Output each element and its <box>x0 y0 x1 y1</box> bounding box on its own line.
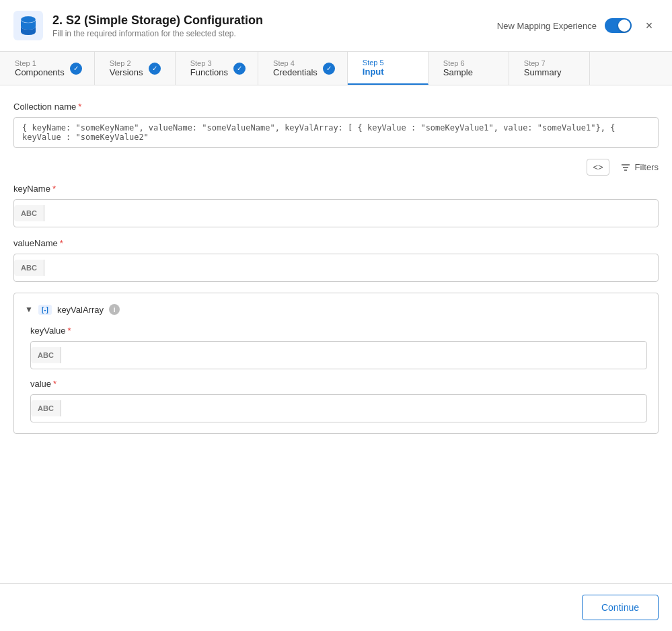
toolbar-row: <> Filters <box>13 159 659 176</box>
step5-name: Input <box>363 67 384 77</box>
step-content: Step 6 Sample <box>443 59 473 77</box>
step-item-summary[interactable]: Step 7 Summary <box>509 52 590 85</box>
step4-check: ✓ <box>323 63 335 75</box>
step1-number: Step 1 <box>15 59 65 67</box>
key-value-required: * <box>68 326 71 336</box>
step-item-credentials[interactable]: Step 4 Credentials ✓ <box>258 52 348 85</box>
value-name-input-row: ABC <box>13 254 659 282</box>
page-title: 2. S2 (Simple Storage) Configuration <box>52 13 497 28</box>
key-name-type-badge: ABC <box>14 205 44 221</box>
key-val-array-section: ▼ [-] keyValArray i keyValue * ABC <box>13 293 659 434</box>
collection-name-input[interactable]: { keyName: "someKeyName", valueName: "so… <box>13 117 659 148</box>
filters-button[interactable]: Filters <box>620 162 659 173</box>
modal-container: 2. S2 (Simple Storage) Configuration Fil… <box>0 0 672 631</box>
key-value-label: keyValue * <box>30 326 647 336</box>
step3-name: Functions <box>190 67 228 77</box>
step4-name: Credentials <box>273 67 318 77</box>
key-value-input[interactable] <box>61 346 646 365</box>
value-name-required: * <box>60 238 63 248</box>
info-icon[interactable]: i <box>109 304 120 315</box>
value-input-row: ABC <box>30 394 647 422</box>
collection-name-label: Collection name * <box>13 102 659 112</box>
content-area: Collection name * { keyName: "someKeyNam… <box>0 85 672 583</box>
new-mapping-label: New Mapping Experience <box>497 21 597 31</box>
value-name-input[interactable] <box>44 259 658 277</box>
step1-name: Components <box>15 67 65 77</box>
step3-check: ✓ <box>233 63 246 75</box>
collection-name-section: Collection name * { keyName: "someKeyNam… <box>13 102 659 148</box>
value-field: value * ABC <box>30 379 647 422</box>
key-value-field: keyValue * ABC <box>30 326 647 369</box>
code-toggle-button[interactable]: <> <box>587 159 609 176</box>
step-item-sample[interactable]: Step 6 Sample <box>428 52 509 85</box>
step5-number: Step 5 <box>363 59 384 67</box>
key-name-field: keyName * ABC <box>13 184 659 227</box>
code-icon: <> <box>593 162 603 172</box>
key-value-type-badge: ABC <box>31 347 61 363</box>
value-name-type-badge: ABC <box>14 260 44 276</box>
value-required: * <box>53 379 57 389</box>
key-name-input[interactable] <box>44 205 658 223</box>
close-button[interactable]: × <box>640 16 659 35</box>
value-input[interactable] <box>61 400 646 418</box>
array-type-icon: [-] <box>38 305 52 315</box>
modal-footer: Continue <box>0 583 672 631</box>
array-name-label: keyValArray <box>57 305 104 315</box>
step2-check: ✓ <box>149 63 161 75</box>
value-name-field: valueName * ABC <box>13 238 659 282</box>
step7-number: Step 7 <box>524 59 562 67</box>
step6-number: Step 6 <box>443 59 473 67</box>
step-content: Step 1 Components <box>15 59 65 77</box>
value-name-label: valueName * <box>13 238 659 248</box>
step2-number: Step 2 <box>110 59 143 67</box>
modal-header: 2. S2 (Simple Storage) Configuration Fil… <box>0 0 672 52</box>
new-mapping-toggle[interactable] <box>605 18 632 33</box>
filters-icon <box>620 162 631 173</box>
key-value-input-row: ABC <box>30 341 647 369</box>
header-title-group: 2. S2 (Simple Storage) Configuration Fil… <box>52 13 497 38</box>
collapse-arrow-icon[interactable]: ▼ <box>25 305 33 314</box>
filters-label: Filters <box>635 162 659 172</box>
step6-name: Sample <box>443 67 473 77</box>
step-item-components[interactable]: Step 1 Components ✓ <box>0 52 95 85</box>
step3-number: Step 3 <box>190 59 228 67</box>
step-content: Step 3 Functions <box>190 59 228 77</box>
continue-button[interactable]: Continue <box>582 595 659 620</box>
step-content: Step 4 Credentials <box>273 59 318 77</box>
value-type-badge: ABC <box>31 400 61 416</box>
step-item-input[interactable]: Step 5 Input <box>348 52 428 85</box>
key-name-input-row: ABC <box>13 199 659 227</box>
step-content: Step 7 Summary <box>524 59 562 77</box>
step-content: Step 2 Versions <box>110 59 143 77</box>
required-indicator: * <box>78 102 81 112</box>
step-item-functions[interactable]: Step 3 Functions ✓ <box>176 52 258 85</box>
key-name-required: * <box>52 184 56 194</box>
step-item-versions[interactable]: Step 2 Versions ✓ <box>95 52 176 85</box>
step7-name: Summary <box>524 67 562 77</box>
step4-number: Step 4 <box>273 59 318 67</box>
header-right: New Mapping Experience × <box>497 16 659 35</box>
step2-name: Versions <box>110 67 143 77</box>
page-subtitle: Fill in the required information for the… <box>52 29 497 38</box>
key-name-label: keyName * <box>13 184 659 194</box>
array-fields: keyValue * ABC value * ABC <box>25 326 647 422</box>
steps-navigation: Step 1 Components ✓ Step 2 Versions ✓ St… <box>0 52 672 85</box>
value-label: value * <box>30 379 647 389</box>
step-content: Step 5 Input <box>363 59 384 77</box>
step1-check: ✓ <box>70 63 82 75</box>
database-icon <box>13 11 43 40</box>
array-header: ▼ [-] keyValArray i <box>25 304 647 315</box>
